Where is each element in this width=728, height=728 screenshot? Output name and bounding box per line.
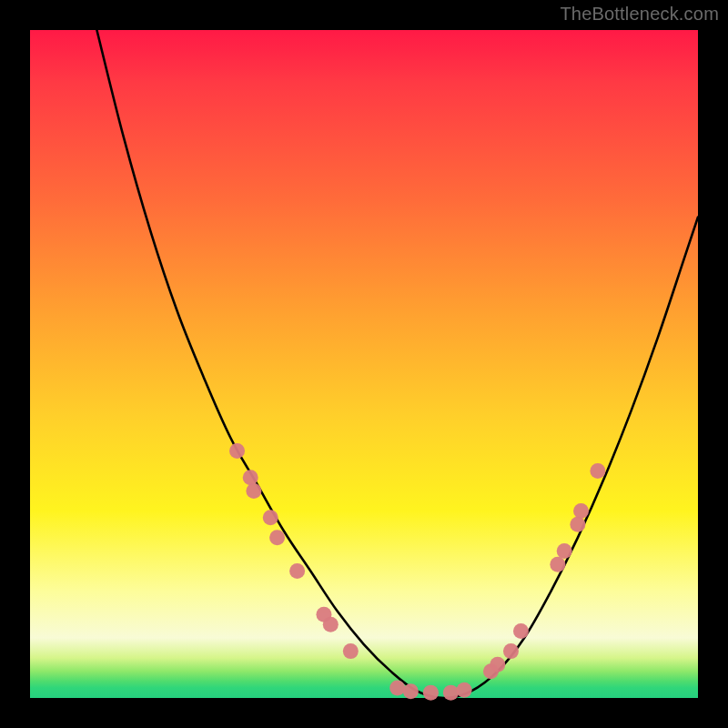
highlighted-points	[229, 443, 605, 701]
svg-point-16	[503, 643, 519, 659]
svg-point-11	[423, 685, 439, 701]
bottleneck-curve	[96, 30, 698, 698]
svg-point-3	[263, 510, 278, 525]
svg-point-18	[550, 557, 565, 572]
svg-point-2	[246, 483, 261, 499]
svg-point-0	[229, 443, 245, 459]
svg-point-19	[557, 543, 572, 559]
svg-point-10	[403, 683, 419, 699]
svg-point-4	[269, 530, 285, 545]
watermark-text: TheBottleneck.com	[560, 4, 719, 25]
svg-point-1	[243, 470, 258, 485]
svg-point-8	[343, 643, 359, 659]
svg-point-5	[289, 563, 305, 579]
chart-container: TheBottleneck.com	[0, 0, 728, 728]
svg-point-21	[573, 503, 589, 519]
svg-point-12	[443, 685, 459, 701]
svg-point-9	[389, 680, 405, 695]
svg-point-13	[457, 682, 472, 698]
svg-point-17	[513, 623, 529, 639]
svg-point-15	[490, 657, 505, 672]
svg-point-7	[323, 617, 339, 632]
svg-point-22	[590, 463, 605, 479]
curve-svg	[30, 30, 698, 698]
svg-point-20	[570, 517, 585, 532]
plot-area	[30, 30, 698, 698]
